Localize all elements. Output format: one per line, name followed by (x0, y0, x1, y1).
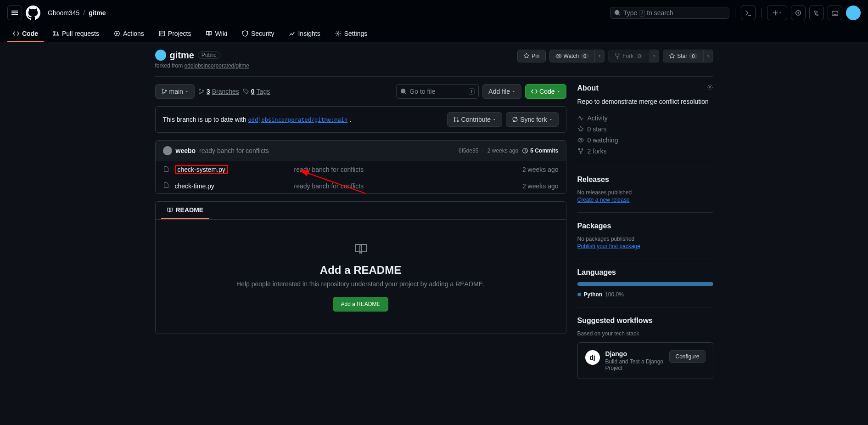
pull-request-icon (453, 116, 459, 123)
nav-label: Security (251, 30, 274, 37)
search-placeholder: Type / to search (623, 9, 673, 17)
nav-pulls[interactable]: Pull requests (47, 26, 105, 42)
go-to-file-label: Go to file (409, 88, 435, 95)
packages-title: Packages (577, 222, 713, 230)
fork-count: 0 (635, 53, 644, 59)
readme-subtitle: Help people interested in this repositor… (178, 280, 544, 288)
create-release-link[interactable]: Create a new release (577, 197, 630, 203)
notifications-button[interactable] (828, 6, 842, 20)
svg-point-15 (199, 93, 201, 94)
commit-author[interactable]: weebo (176, 147, 196, 154)
command-palette-button[interactable] (741, 6, 756, 20)
commit-message[interactable]: ready banch for conflicts (199, 147, 269, 154)
branches-link[interactable]: 3 Branches (198, 88, 239, 95)
readme-empty: Add a README Help people interested in t… (156, 220, 566, 334)
nav-security[interactable]: Security (236, 26, 280, 42)
commit-sha[interactable]: 6f5de35 (459, 147, 478, 154)
workflow-sub: Build and Test a Django Project (605, 358, 664, 371)
file-row[interactable]: check-system.py ready banch for conflict… (156, 161, 566, 178)
svg-point-11 (162, 89, 163, 90)
sync-fork-button[interactable]: Sync fork (506, 112, 558, 127)
user-avatar[interactable] (846, 6, 861, 20)
languages-title: Languages (577, 268, 713, 277)
issues-button[interactable] (791, 6, 806, 20)
go-to-file-input[interactable]: Go to file t (396, 84, 479, 99)
watch-button[interactable]: Watch 0 (549, 50, 595, 62)
contribute-button[interactable]: Contribute (447, 112, 503, 127)
svg-point-12 (162, 93, 163, 94)
language-item[interactable]: Python 100.0% (577, 291, 713, 298)
code-button[interactable]: Code (525, 84, 566, 99)
fork-button[interactable]: Fork 0 (608, 50, 650, 62)
file-icon (163, 166, 169, 174)
branch-selector[interactable]: main (155, 84, 195, 99)
global-header: Gboom345 / gitme Type / to search (0, 0, 868, 26)
caret-down-icon (557, 90, 560, 93)
nav-label: Actions (123, 30, 144, 37)
hamburger-menu[interactable] (7, 6, 22, 20)
fork-dropdown[interactable] (650, 50, 659, 62)
breadcrumb-separator: / (83, 9, 85, 17)
publish-package-link[interactable]: Publish your first package (577, 243, 640, 249)
star-label: Star (677, 53, 687, 59)
breadcrumb-owner[interactable]: Gboom345 (48, 9, 79, 17)
nav-actions[interactable]: Actions (108, 26, 150, 42)
configure-button[interactable]: Configure (669, 350, 705, 363)
pin-label: Pin (532, 53, 539, 59)
branch-status: This branch is up to date with oddjobsin… (155, 106, 566, 133)
commit-date: 2 weeks ago (487, 147, 518, 154)
readme-title: Add a README (178, 264, 544, 277)
inbox-icon (832, 10, 838, 16)
watch-dropdown[interactable] (595, 50, 605, 62)
forked-from: forked from oddjobsincorporated/gitme (155, 62, 249, 69)
nav-wiki[interactable]: Wiki (200, 26, 232, 42)
file-icon (163, 182, 169, 190)
upstream-link[interactable]: oddjobsincorporated/gitme:main (248, 117, 348, 123)
svg-point-3 (54, 34, 56, 36)
gear-icon[interactable] (707, 84, 713, 91)
file-name[interactable]: check-system.py (175, 165, 294, 174)
visibility-badge: Public (198, 51, 220, 59)
breadcrumb-repo[interactable]: gitme (89, 9, 106, 17)
create-new-button[interactable] (767, 6, 787, 20)
nav-code[interactable]: Code (7, 26, 44, 42)
nav-settings[interactable]: Settings (330, 26, 373, 42)
nav-label: Settings (344, 30, 368, 37)
nav-projects[interactable]: Projects (153, 26, 197, 42)
commits-link[interactable]: 5 Commits (522, 147, 558, 154)
tags-link[interactable]: 0 Tags (243, 88, 270, 95)
svg-point-23 (709, 86, 711, 88)
fork-icon (577, 148, 584, 154)
language-bar (577, 282, 713, 286)
activity-link[interactable]: Activity (577, 113, 713, 124)
star-dropdown[interactable] (704, 50, 713, 62)
svg-point-19 (457, 120, 459, 122)
commit-author-avatar[interactable] (163, 146, 172, 155)
forked-from-link[interactable]: oddjobsincorporated/gitme (185, 62, 249, 69)
workflow-card-django: dj Django Build and Test a Django Projec… (577, 342, 713, 379)
caret-down-icon (512, 90, 515, 93)
add-readme-button[interactable]: Add a README (333, 297, 388, 312)
file-row[interactable]: check-time.py ready banch for conflicts … (156, 178, 566, 193)
about-title: About (577, 84, 713, 92)
watching-link[interactable]: 0 watching (577, 135, 713, 146)
readme-tab[interactable]: README (161, 202, 209, 219)
watch-button-group: Watch 0 (549, 50, 605, 62)
add-file-button[interactable]: Add file (482, 84, 521, 99)
stars-link[interactable]: 0 stars (577, 124, 713, 135)
file-name[interactable]: check-time.py (175, 182, 294, 190)
search-input[interactable]: Type / to search (610, 7, 729, 19)
branch-name: main (169, 88, 183, 95)
menu-icon (11, 9, 18, 17)
file-commit-msg[interactable]: ready banch for conflicts (294, 182, 522, 190)
nav-insights[interactable]: Insights (283, 26, 325, 42)
file-commit-msg[interactable]: ready banch for conflicts (294, 166, 522, 173)
github-logo-icon[interactable] (26, 6, 40, 20)
pin-button[interactable]: Pin (517, 50, 545, 62)
star-button[interactable]: Star 0 (663, 50, 703, 62)
caret-down-icon (549, 118, 553, 121)
releases-section: Releases No releases published Create a … (577, 176, 713, 213)
svg-point-24 (578, 148, 580, 150)
pull-requests-button[interactable] (809, 6, 824, 20)
forks-link[interactable]: 2 forks (577, 146, 713, 157)
